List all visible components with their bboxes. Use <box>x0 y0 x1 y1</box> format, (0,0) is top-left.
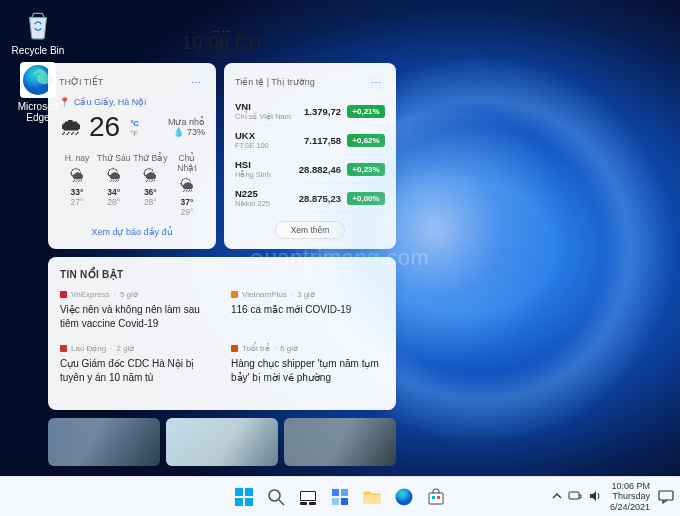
stock-row[interactable]: HSIHằng Sinh28.882,46+0,23% <box>235 155 385 184</box>
forecast-row: H. nay🌦33°27° Thứ Sáu🌦34°28° Thứ Bảy🌦36°… <box>59 153 205 217</box>
system-tray: 10:06 PM Thursday 6/24/2021 <box>552 481 674 512</box>
svg-rect-20 <box>569 492 579 499</box>
svg-line-6 <box>279 500 284 505</box>
svg-rect-4 <box>245 498 253 506</box>
svg-point-5 <box>269 490 280 501</box>
svg-rect-10 <box>309 502 316 505</box>
widgets-button[interactable] <box>326 483 354 511</box>
taskbar: 10:06 PM Thursday 6/24/2021 <box>0 476 680 516</box>
search-button[interactable] <box>262 483 290 511</box>
weather-condition-icon: 🌧 <box>59 113 83 141</box>
svg-rect-14 <box>341 498 348 505</box>
store-button[interactable] <box>422 483 450 511</box>
news-item[interactable]: VietnamPlus · 3 giờ 116 ca mắc mới COVID… <box>231 290 384 330</box>
stocks-more-button[interactable]: ⋯ <box>367 73 385 91</box>
file-explorer-button[interactable] <box>358 483 386 511</box>
stock-row[interactable]: VNIChỉ số Việt Nam1.379,72+0,21% <box>235 97 385 126</box>
news-thumbnail[interactable] <box>166 418 278 466</box>
svg-rect-1 <box>235 488 243 496</box>
forecast-day[interactable]: Thứ Sáu🌦34°28° <box>96 153 132 217</box>
svg-rect-8 <box>301 492 315 500</box>
tray-icons[interactable] <box>552 490 602 504</box>
news-widget[interactable]: TIN NỔI BẬT VnExpress · 5 giờ Việc nên v… <box>48 257 396 410</box>
svg-rect-19 <box>437 496 440 499</box>
news-item[interactable]: VnExpress · 5 giờ Việc nên và không nên … <box>60 290 213 330</box>
news-title: TIN NỔI BẬT <box>60 269 384 280</box>
humidity-icon: 💧 <box>173 127 184 137</box>
svg-rect-15 <box>364 495 380 503</box>
stocks-see-more-button[interactable]: Xem thêm <box>275 221 345 239</box>
svg-rect-12 <box>341 489 348 496</box>
weather-widget[interactable]: THỜI TIẾT ⋯ 📍 Cầu Giấy, Hà Nội 🌧 26 °C °… <box>48 63 216 249</box>
edge-taskbar-button[interactable] <box>390 483 418 511</box>
source-badge-icon <box>60 291 67 298</box>
svg-rect-21 <box>659 491 673 500</box>
panel-clock: 10:06 CH <box>48 33 396 54</box>
unit-toggle[interactable]: °C °F <box>130 119 139 138</box>
svg-rect-13 <box>332 498 339 505</box>
news-item[interactable]: Lao Động · 2 giờ Cựu Giám đốc CDC Hà Nội… <box>60 344 213 384</box>
chevron-up-icon[interactable] <box>552 491 562 503</box>
stocks-title: Tiền tệ | Thị trường <box>235 77 315 87</box>
source-badge-icon <box>231 291 238 298</box>
forecast-day[interactable]: H. nay🌦33°27° <box>59 153 95 217</box>
news-image-strip <box>48 418 396 466</box>
weather-condition-text: Mưa nhỏ <box>168 117 205 127</box>
drag-handle-icon[interactable]: ⋯⋯ <box>48 27 396 36</box>
weather-title: THỜI TIẾT <box>59 77 103 87</box>
stocks-widget[interactable]: Tiền tệ | Thị trường ⋯ VNIChỉ số Việt Na… <box>224 63 396 249</box>
source-badge-icon <box>60 345 67 352</box>
news-item[interactable]: Tuổi trẻ · 6 giờ Hàng chục shipper 'tụm … <box>231 344 384 384</box>
taskbar-center <box>230 483 450 511</box>
svg-rect-18 <box>432 496 435 499</box>
weather-more-button[interactable]: ⋯ <box>187 73 205 91</box>
location-pin-icon: 📍 <box>59 97 70 107</box>
desktop-wallpaper: uantrimang.com Recycle Bin Microsoft Edg… <box>0 0 680 516</box>
forecast-day[interactable]: Thứ Bảy🌦36°28° <box>132 153 168 217</box>
svg-rect-2 <box>245 488 253 496</box>
svg-rect-17 <box>429 493 443 504</box>
svg-rect-3 <box>235 498 243 506</box>
taskbar-clock[interactable]: 10:06 PM Thursday 6/24/2021 <box>610 481 650 512</box>
stock-row[interactable]: N225Nikkei 22528.875,23+0,00% <box>235 184 385 213</box>
source-badge-icon <box>231 345 238 352</box>
current-temp: 26 <box>89 111 120 143</box>
news-thumbnail[interactable] <box>48 418 160 466</box>
news-thumbnail[interactable] <box>284 418 396 466</box>
task-view-button[interactable] <box>294 483 322 511</box>
forecast-day[interactable]: Chủ Nhật🌦37°29° <box>169 153 205 217</box>
svg-point-16 <box>396 488 413 505</box>
stock-row[interactable]: UKXFTSE 1007.117,58+0,62% <box>235 126 385 155</box>
full-forecast-link[interactable]: Xem dự báo đầy đủ <box>59 227 205 237</box>
humidity-value: 73% <box>187 127 205 137</box>
network-icon[interactable] <box>568 490 582 504</box>
start-button[interactable] <box>230 483 258 511</box>
weather-location[interactable]: 📍 Cầu Giấy, Hà Nội <box>59 97 205 107</box>
widgets-panel: ⋯⋯ 10:06 CH THỜI TIẾT ⋯ 📍 Cầu Giấy, Hà N… <box>48 33 396 466</box>
svg-rect-9 <box>300 502 307 505</box>
notifications-button[interactable] <box>658 490 674 504</box>
volume-icon[interactable] <box>588 490 602 504</box>
svg-rect-11 <box>332 489 339 496</box>
